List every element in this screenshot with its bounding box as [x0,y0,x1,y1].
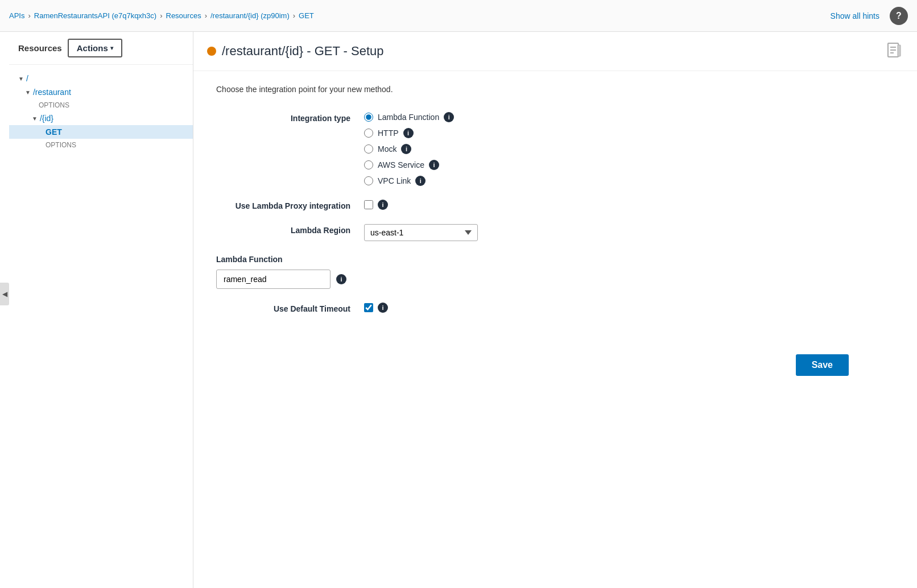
radio-http-label: HTTP [378,129,399,138]
integration-type-label: Integration type [216,112,364,123]
breadcrumb-sep-3: › [205,11,207,20]
default-timeout-row: Use Default Timeout i [216,303,894,313]
lambda-proxy-control: i [364,200,894,210]
breadcrumb-resource-id[interactable]: /restaurant/{id} (zp90im) [210,11,290,20]
breadcrumb-sep-4: › [293,11,295,20]
default-timeout-checkbox[interactable] [364,303,373,312]
integration-type-options: Lambda Function i HTTP i Mock i [364,112,894,186]
actions-button[interactable]: Actions ▾ [68,39,122,57]
breadcrumb-sep-1: › [28,11,30,20]
breadcrumb-apis[interactable]: APIs [9,11,24,20]
radio-option-lambda[interactable]: Lambda Function i [364,112,894,122]
radio-mock-label: Mock [378,144,396,154]
svg-rect-2 [890,49,896,51]
breadcrumb-resources[interactable]: Resources [166,11,201,20]
help-icon[interactable]: ? [890,7,908,25]
tree-arrow-root: ▼ [18,76,24,82]
actions-caret-icon: ▾ [110,45,113,51]
aws-info-icon[interactable]: i [429,160,439,170]
tree-item-id[interactable]: ▼ /{id} [9,111,193,125]
tree-label-id: /{id} [40,114,53,123]
tree-arrow-id: ▼ [32,115,38,122]
tree-arrow-restaurant: ▼ [25,89,31,96]
radio-lambda-label: Lambda Function [378,113,439,122]
content-header: /restaurant/{id} - GET - Setup [193,32,917,71]
topbar: APIs › RamenRestaurantsAPI (e7q7kqxh3c) … [0,0,917,32]
mock-info-icon[interactable]: i [401,144,411,154]
resources-label: Resources [18,43,62,53]
lambda-function-info-icon[interactable]: i [336,274,346,284]
actions-label: Actions [77,43,108,53]
vpc-info-icon[interactable]: i [415,176,426,186]
lambda-function-input-row: i [216,270,346,289]
lambda-proxy-checkbox[interactable] [364,200,373,209]
tree-label-get: GET [46,127,62,136]
radio-vpc-label: VPC Link [378,176,411,185]
tree-item-id-options[interactable]: OPTIONS [9,139,193,151]
lambda-proxy-checkbox-row: i [364,200,894,210]
breadcrumb-api-name[interactable]: RamenRestaurantsAPI (e7q7kqxh3c) [34,11,156,20]
lambda-proxy-label: Use Lambda Proxy integration [216,200,364,210]
sidebar-toggle[interactable]: ◀ [0,283,9,305]
breadcrumb-get[interactable]: GET [299,11,314,20]
svg-rect-3 [890,52,894,53]
show-hints-button[interactable]: Show all hints [824,11,886,20]
main-content: /restaurant/{id} - GET - Setup Choose th… [193,32,917,588]
lambda-proxy-info-icon[interactable]: i [378,200,388,210]
tree-item-root[interactable]: ▼ / [9,72,193,85]
content-body: Choose the integration point for your ne… [193,71,917,408]
integration-type-row: Integration type Lambda Function i HTTP … [216,112,894,186]
radio-lambda[interactable] [364,113,373,122]
tree-label-id-options: OPTIONS [46,141,76,149]
default-timeout-checkbox-row: i [364,303,894,313]
lambda-function-input[interactable] [216,270,331,289]
page-title: /restaurant/{id} - GET - Setup [222,44,384,59]
lambda-function-row: Lambda Function i [216,255,894,289]
tree-item-restaurant[interactable]: ▼ /restaurant [9,85,193,99]
tree-label-restaurant: /restaurant [33,88,71,97]
default-timeout-control: i [364,303,894,313]
tree-item-restaurant-options[interactable]: OPTIONS [9,99,193,111]
radio-option-vpc[interactable]: VPC Link i [364,176,894,186]
svg-rect-1 [890,47,896,48]
radio-http[interactable] [364,129,373,138]
lambda-proxy-row: Use Lambda Proxy integration i [216,200,894,210]
radio-aws[interactable] [364,160,373,169]
svg-rect-4 [898,45,901,56]
lambda-region-select[interactable]: us-east-1 us-east-2 us-west-1 us-west-2 … [364,224,478,241]
sidebar-header: Resources Actions ▾ [9,32,193,65]
main-layout: ◀ Resources Actions ▾ ▼ / ▼ /restaurant … [0,32,917,588]
lambda-region-label: Lambda Region [216,224,364,235]
lambda-function-label: Lambda Function [216,255,283,264]
breadcrumb-sep-2: › [160,11,162,20]
lambda-region-control: us-east-1 us-east-2 us-west-1 us-west-2 … [364,224,894,241]
subtitle: Choose the integration point for your ne… [216,85,894,94]
tree-nav: ▼ / ▼ /restaurant OPTIONS ▼ /{id} GET [9,65,193,158]
radio-option-mock[interactable]: Mock i [364,144,894,154]
tree-item-get[interactable]: GET [9,125,193,139]
sidebar: Resources Actions ▾ ▼ / ▼ /restaurant OP… [0,32,193,588]
radio-mock[interactable] [364,144,373,154]
lambda-info-icon[interactable]: i [444,112,454,122]
tree-label-root: / [26,74,28,83]
tree-label-restaurant-options: OPTIONS [39,101,69,109]
http-info-icon[interactable]: i [403,128,414,138]
default-timeout-label: Use Default Timeout [216,303,364,313]
radio-option-http[interactable]: HTTP i [364,128,894,138]
default-timeout-info-icon[interactable]: i [378,303,388,313]
status-dot [207,47,216,56]
lambda-region-row: Lambda Region us-east-1 us-east-2 us-wes… [216,224,894,241]
radio-option-aws[interactable]: AWS Service i [364,160,894,170]
radio-group-integration: Lambda Function i HTTP i Mock i [364,112,894,186]
doc-icon[interactable] [885,41,903,61]
radio-aws-label: AWS Service [378,160,424,169]
save-button[interactable]: Save [796,354,849,376]
radio-vpc[interactable] [364,176,373,185]
